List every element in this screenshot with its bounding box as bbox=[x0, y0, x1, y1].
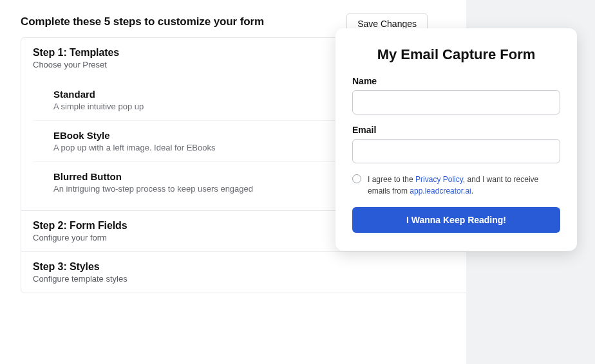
consent-suffix: . bbox=[471, 187, 473, 196]
step-title: Step 2: Form Fields bbox=[33, 220, 128, 232]
step-subtitle: Configure template styles bbox=[33, 274, 128, 284]
consent-text: I agree to the Privacy Policy, and I wan… bbox=[368, 174, 560, 197]
email-input[interactable] bbox=[352, 139, 560, 163]
submit-button[interactable]: I Wanna Keep Reading! bbox=[352, 207, 560, 233]
name-input[interactable] bbox=[352, 90, 560, 114]
name-label: Name bbox=[352, 76, 560, 86]
consent-checkbox[interactable] bbox=[352, 174, 361, 183]
step-title: Step 3: Styles bbox=[33, 261, 128, 273]
consent-prefix: I agree to the bbox=[368, 175, 415, 184]
form-preview-panel: My Email Capture Form Name Email I agree… bbox=[335, 28, 577, 251]
app-link[interactable]: app.leadcreator.ai bbox=[410, 187, 471, 196]
preview-title: My Email Capture Form bbox=[352, 46, 560, 63]
step-subtitle: Choose your Preset bbox=[33, 60, 119, 69]
email-label: Email bbox=[352, 125, 560, 135]
consent-row: I agree to the Privacy Policy, and I wan… bbox=[352, 174, 560, 197]
page-title: Complete these 5 steps to customize your… bbox=[21, 15, 264, 28]
step-subtitle: Configure your form bbox=[33, 233, 128, 242]
privacy-policy-link[interactable]: Privacy Policy bbox=[415, 175, 463, 184]
step-title: Step 1: Templates bbox=[33, 47, 119, 59]
